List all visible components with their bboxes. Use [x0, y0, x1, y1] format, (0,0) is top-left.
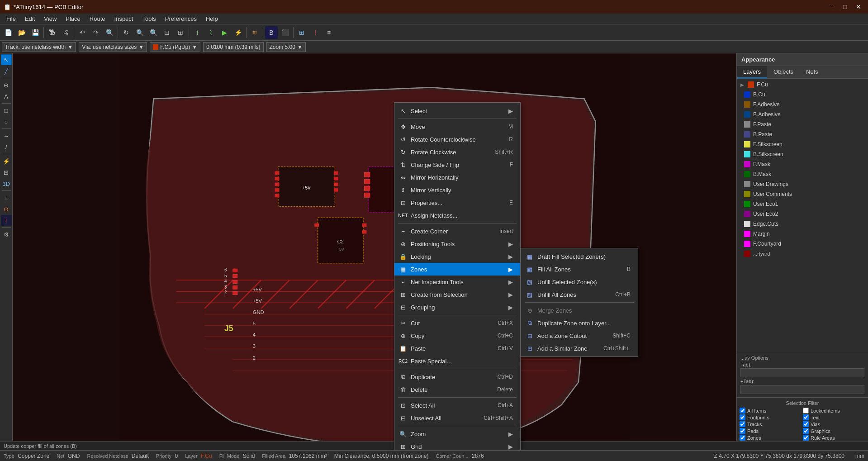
context-assign-netclass[interactable]: NET Assign Netclass...: [394, 209, 520, 222]
filter-all-items[interactable]: All Items: [740, 408, 802, 413]
add-text-button[interactable]: A: [1, 91, 12, 102]
context-move[interactable]: ✥ Move M: [394, 120, 520, 133]
drc-button[interactable]: !: [309, 26, 322, 39]
tab-option-dropdown[interactable]: [740, 368, 864, 377]
refresh-button[interactable]: ↻: [120, 26, 133, 39]
tab-option2-dropdown[interactable]: [740, 385, 864, 394]
layer-bmask[interactable]: B.Mask: [737, 169, 868, 179]
select-tool-button[interactable]: ↖: [1, 54, 12, 65]
search-button[interactable]: 🔍: [103, 26, 116, 39]
minimize-button[interactable]: ─: [825, 2, 837, 11]
context-grid[interactable]: ⊞ Grid ▶: [394, 440, 520, 450]
drc-tool-button[interactable]: !: [1, 215, 12, 226]
filter-locked-items-check[interactable]: [803, 408, 809, 413]
filter-text-check[interactable]: [803, 414, 809, 420]
copper-fill-button[interactable]: B: [265, 26, 278, 39]
menu-help[interactable]: Help: [201, 14, 223, 24]
layer-usereco2[interactable]: User.Eco2: [737, 209, 868, 219]
scripting-console-button[interactable]: ≡: [1, 192, 12, 203]
add-zone-cutout-button[interactable]: ⊟ Add a Zone Cutout Shift+C: [521, 329, 638, 342]
layer-fcu[interactable]: ▶ F.Cu: [737, 80, 868, 90]
route-interactive-button[interactable]: ⚡: [232, 26, 244, 39]
layer-selector[interactable]: F.Cu (PgUp) ▼: [150, 42, 200, 52]
menu-preferences[interactable]: Preferences: [161, 14, 201, 24]
draw-zone-button[interactable]: □: [1, 105, 12, 116]
track-width-dropdown[interactable]: Track: use netclass width ▼: [2, 42, 76, 52]
net-inspector-button[interactable]: ⊞: [295, 26, 308, 39]
route-diff-button[interactable]: ⌇: [204, 26, 217, 39]
context-cut[interactable]: ✂ Cut Ctrl+X: [394, 317, 520, 329]
layer-usercomments[interactable]: User.Comments: [737, 189, 868, 199]
context-positioning[interactable]: ⊕ Positioning Tools ▶: [394, 238, 520, 250]
filter-zones[interactable]: Zones: [740, 435, 802, 441]
context-rotate-ccw[interactable]: ↺ Rotate Counterclockwise R: [394, 133, 520, 146]
save-button[interactable]: 💾: [29, 26, 42, 39]
layer-bcu[interactable]: B.Cu: [737, 90, 868, 100]
menu-edit[interactable]: Edit: [20, 14, 39, 24]
context-create-from-sel[interactable]: ⊞ Create from Selection ▶: [394, 288, 520, 301]
unfill-all-zones-button[interactable]: ▨ Unfill All Zones Ctrl+B: [521, 288, 638, 301]
filter-pads-check[interactable]: [740, 428, 745, 434]
menu-tools[interactable]: Tools: [138, 14, 160, 24]
zoom-100-button[interactable]: ⊞: [174, 26, 187, 39]
filter-text[interactable]: Text: [803, 414, 865, 420]
undo-button[interactable]: ↶: [76, 26, 89, 39]
menu-inspect[interactable]: Inspect: [110, 14, 138, 24]
layer-edgecuts[interactable]: Edge.Cuts: [737, 219, 868, 229]
close-button[interactable]: ✕: [853, 2, 864, 11]
layer-fpaste[interactable]: F.Paste: [737, 119, 868, 129]
layer-fadhesive[interactable]: F.Adhesive: [737, 100, 868, 109]
zoom-fit-button[interactable]: ⊡: [161, 26, 173, 39]
filter-locked-items[interactable]: Locked items: [803, 408, 865, 413]
layer-fcourtyard[interactable]: F.Courtyard: [737, 239, 868, 249]
dup-zone-layer-button[interactable]: ⧉ Duplicate Zone onto Layer...: [521, 317, 638, 329]
context-paste-special[interactable]: RC2 Paste Special...: [394, 355, 520, 367]
filter-graphics-check[interactable]: [803, 428, 809, 434]
layer-fsilkscreen[interactable]: F.Silkscreen: [737, 139, 868, 149]
filter-vias-check[interactable]: [803, 421, 809, 427]
zoom-in-button[interactable]: 🔍: [133, 26, 146, 39]
maximize-button[interactable]: □: [839, 2, 851, 11]
layer-bpaste[interactable]: B.Paste: [737, 129, 868, 139]
context-zoom[interactable]: 🔍 Zoom ▶: [394, 428, 520, 440]
layer-fcourtyard2[interactable]: ...rtyard: [737, 249, 868, 259]
filter-graphics[interactable]: Graphics: [803, 428, 865, 434]
interactive-router-button[interactable]: ≋: [248, 26, 261, 39]
filter-rule-areas-check[interactable]: [803, 435, 809, 441]
print-button[interactable]: 🖨: [59, 26, 72, 39]
tab-nets[interactable]: Nets: [800, 66, 825, 78]
context-zones[interactable]: ▦ Zones ▶: [394, 263, 520, 276]
menu-place[interactable]: Place: [61, 14, 85, 24]
context-create-corner[interactable]: ⌐ Create Corner Insert: [394, 225, 520, 238]
pick-place-button[interactable]: ⊞: [1, 167, 12, 178]
open-button[interactable]: 📂: [15, 26, 28, 39]
filter-footprints-check[interactable]: [740, 414, 745, 420]
route-finish-button[interactable]: ▶: [218, 26, 231, 39]
unfill-selected-button[interactable]: ▧ Unfill Selected Zone(s): [521, 276, 638, 288]
layer-bsilkscreen[interactable]: B.Silkscreen: [737, 149, 868, 159]
pcb-canvas[interactable]: J1 +5V C2 +5V: [13, 53, 737, 450]
layer-fmask[interactable]: F.Mask: [737, 159, 868, 169]
context-net-inspection[interactable]: ⌁ Net Inspection Tools ▶: [394, 276, 520, 288]
layer-usereco1[interactable]: User.Eco1: [737, 199, 868, 209]
context-properties[interactable]: ⊡ Properties... E: [394, 196, 520, 209]
menu-file[interactable]: File: [2, 14, 20, 24]
filter-pads[interactable]: Pads: [740, 428, 802, 434]
via-size-dropdown[interactable]: Via: use netclass sizes ▼: [79, 42, 147, 52]
highlight-net-button[interactable]: ⚡: [1, 156, 12, 166]
context-select-all[interactable]: ⊡ Select All Ctrl+A: [394, 399, 520, 412]
scripting-button[interactable]: ≡: [323, 26, 335, 39]
draw-line-button[interactable]: /: [1, 142, 12, 152]
draft-fill-selected-button[interactable]: ▦ Draft Fill Selected Zone(s): [521, 250, 638, 263]
layer-badhesive[interactable]: B.Adhesive: [737, 109, 868, 119]
archive-button[interactable]: 🗜: [46, 26, 58, 39]
zoom-display[interactable]: Zoom 5.00 ▼: [266, 42, 306, 52]
context-duplicate[interactable]: ⧉ Duplicate Ctrl+D: [394, 371, 520, 383]
route-single-button[interactable]: ⌇: [191, 26, 204, 39]
add-via-button[interactable]: ○: [1, 116, 12, 127]
context-grouping[interactable]: ⊟ Grouping ▶: [394, 301, 520, 314]
context-unselect-all[interactable]: ⊟ Unselect All Ctrl+Shift+A: [394, 412, 520, 424]
route-track-button[interactable]: ╱: [1, 66, 12, 76]
measure-button[interactable]: ↔: [1, 130, 12, 141]
context-select[interactable]: ↖ Select ▶: [394, 105, 520, 117]
